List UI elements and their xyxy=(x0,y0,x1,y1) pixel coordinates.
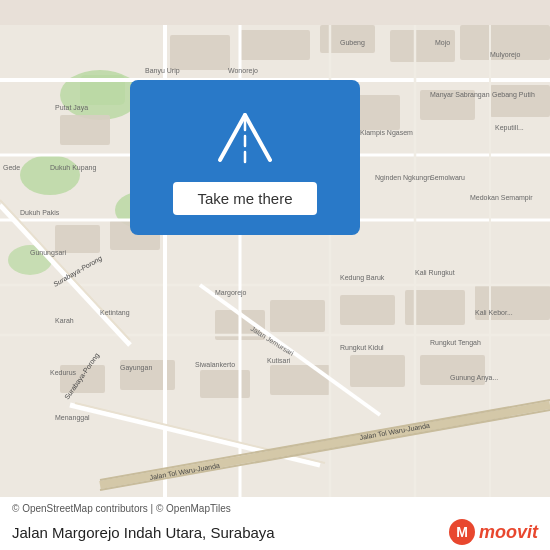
svg-text:Karah: Karah xyxy=(55,317,74,324)
svg-point-2 xyxy=(20,155,80,195)
svg-rect-27 xyxy=(270,365,330,395)
moovit-m-icon: M xyxy=(448,518,476,546)
map-attribution: © OpenStreetMap contributors | © OpenMap… xyxy=(12,503,538,514)
svg-text:Medokan Semampir: Medokan Semampir xyxy=(470,194,533,202)
svg-text:Gede: Gede xyxy=(3,164,20,171)
svg-text:Ketintang: Ketintang xyxy=(100,309,130,317)
svg-text:Manyar Sabrangan: Manyar Sabrangan xyxy=(430,91,490,99)
svg-rect-9 xyxy=(390,30,455,62)
moovit-brand-text: moovit xyxy=(479,522,538,543)
take-me-there-button[interactable]: Take me there xyxy=(173,182,316,215)
svg-text:Putat Jaya: Putat Jaya xyxy=(55,104,88,112)
svg-text:Kali Rungkut: Kali Rungkut xyxy=(415,269,455,277)
moovit-logo: M moovit xyxy=(448,518,538,546)
svg-rect-11 xyxy=(60,115,110,145)
svg-rect-6 xyxy=(170,35,230,70)
svg-rect-20 xyxy=(270,300,325,332)
svg-rect-26 xyxy=(200,370,250,398)
svg-text:Margorejo: Margorejo xyxy=(215,289,247,297)
svg-text:Gebang Putih: Gebang Putih xyxy=(492,91,535,99)
svg-text:Menanggal: Menanggal xyxy=(55,414,90,422)
svg-text:Rungkut Kidul: Rungkut Kidul xyxy=(340,344,384,352)
map-container: Banyu Urip Wonorejo Gubeng Mojo Mulyorej… xyxy=(0,0,550,550)
location-row: Jalan Margorejo Indah Utara, Surabaya M … xyxy=(12,518,538,546)
svg-line-88 xyxy=(220,115,245,160)
svg-rect-7 xyxy=(240,30,310,60)
svg-rect-16 xyxy=(490,85,550,117)
svg-rect-21 xyxy=(340,295,395,325)
svg-text:Klampis Ngasem: Klampis Ngasem xyxy=(360,129,413,137)
svg-text:Mojo: Mojo xyxy=(435,39,450,47)
svg-text:Gayungan: Gayungan xyxy=(120,364,152,372)
svg-text:Keputill...: Keputill... xyxy=(495,124,524,132)
svg-text:Kutisari: Kutisari xyxy=(267,357,291,364)
bottom-bar: © OpenStreetMap contributors | © OpenMap… xyxy=(0,497,550,550)
svg-text:Siwalankerto: Siwalankerto xyxy=(195,361,235,368)
svg-text:Banyu Urip: Banyu Urip xyxy=(145,67,180,75)
svg-rect-28 xyxy=(350,355,405,387)
svg-text:Kedung Baruk: Kedung Baruk xyxy=(340,274,385,282)
svg-text:Gunungsari: Gunungsari xyxy=(30,249,67,257)
svg-text:Gunung Anya...: Gunung Anya... xyxy=(450,374,498,382)
road-icon xyxy=(210,100,280,170)
svg-text:Rungkut Tengah: Rungkut Tengah xyxy=(430,339,481,347)
svg-text:Mulyorejo: Mulyorejo xyxy=(490,51,520,59)
svg-text:Gubeng: Gubeng xyxy=(340,39,365,47)
svg-text:Dukuh Kupang: Dukuh Kupang xyxy=(50,164,96,172)
svg-line-89 xyxy=(245,115,270,160)
svg-text:Wonorejo: Wonorejo xyxy=(228,67,258,75)
svg-text:Nginden Ngkungn.: Nginden Ngkungn. xyxy=(375,174,433,182)
location-name: Jalan Margorejo Indah Utara, Surabaya xyxy=(12,524,275,541)
svg-text:M: M xyxy=(456,524,468,540)
svg-text:Kali Kebor...: Kali Kebor... xyxy=(475,309,513,316)
svg-text:Kedurus: Kedurus xyxy=(50,369,77,376)
overlay-card: Take me there xyxy=(130,80,360,235)
svg-text:Dukuh Pakis: Dukuh Pakis xyxy=(20,209,60,216)
svg-text:Semolwaru: Semolwaru xyxy=(430,174,465,181)
